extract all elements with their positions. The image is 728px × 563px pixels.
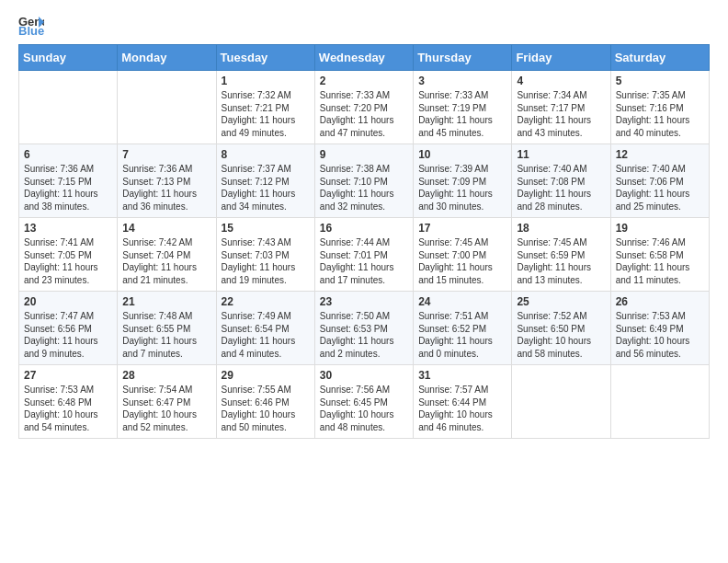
day-header-saturday: Saturday [610,45,709,71]
calendar-cell: 11Sunrise: 7:40 AM Sunset: 7:08 PM Dayli… [512,144,610,218]
cell-details: Sunrise: 7:40 AM Sunset: 7:08 PM Dayligh… [517,163,605,213]
cell-details: Sunrise: 7:37 AM Sunset: 7:12 PM Dayligh… [222,163,310,213]
cell-details: Sunrise: 7:48 AM Sunset: 6:55 PM Dayligh… [122,310,210,360]
cell-details: Sunrise: 7:35 AM Sunset: 7:16 PM Dayligh… [616,89,704,139]
calendar-cell: 16Sunrise: 7:44 AM Sunset: 7:01 PM Dayli… [314,218,413,292]
calendar-cell: 15Sunrise: 7:43 AM Sunset: 7:03 PM Dayli… [216,218,314,292]
cell-details: Sunrise: 7:52 AM Sunset: 6:50 PM Dayligh… [517,310,605,360]
calendar-cell: 24Sunrise: 7:51 AM Sunset: 6:52 PM Dayli… [414,292,512,365]
day-number: 5 [616,75,704,87]
logo-icon: General Blue [18,15,44,35]
cell-details: Sunrise: 7:51 AM Sunset: 6:52 PM Dayligh… [418,310,506,360]
cell-details: Sunrise: 7:54 AM Sunset: 6:47 PM Dayligh… [122,384,210,433]
header: General Blue [18,15,710,35]
cell-details: Sunrise: 7:39 AM Sunset: 7:09 PM Dayligh… [418,163,506,213]
cell-details: Sunrise: 7:47 AM Sunset: 6:56 PM Dayligh… [24,310,112,360]
day-number: 15 [222,222,310,235]
day-number: 26 [616,295,704,308]
day-number: 23 [320,295,408,308]
cell-details: Sunrise: 7:45 AM Sunset: 6:59 PM Dayligh… [517,236,605,286]
cell-details: Sunrise: 7:53 AM Sunset: 6:48 PM Dayligh… [24,384,112,433]
cell-details: Sunrise: 7:50 AM Sunset: 6:53 PM Dayligh… [320,310,408,360]
day-number: 9 [320,148,408,161]
day-header-sunday: Sunday [19,45,118,71]
day-number: 8 [222,148,310,161]
day-number: 11 [517,148,605,161]
day-number: 24 [418,295,506,308]
cell-details: Sunrise: 7:38 AM Sunset: 7:10 PM Dayligh… [320,163,408,213]
calendar-cell: 30Sunrise: 7:56 AM Sunset: 6:45 PM Dayli… [314,365,413,439]
calendar-cell: 19Sunrise: 7:46 AM Sunset: 6:58 PM Dayli… [610,218,709,292]
calendar-cell: 12Sunrise: 7:40 AM Sunset: 7:06 PM Dayli… [610,144,709,218]
day-number: 12 [616,148,704,161]
day-number: 18 [517,222,605,235]
cell-details: Sunrise: 7:45 AM Sunset: 7:00 PM Dayligh… [418,236,506,286]
cell-details: Sunrise: 7:34 AM Sunset: 7:17 PM Dayligh… [517,89,605,139]
day-number: 21 [122,295,210,308]
cell-details: Sunrise: 7:46 AM Sunset: 6:58 PM Dayligh… [616,236,704,286]
day-number: 29 [222,369,310,382]
cell-details: Sunrise: 7:33 AM Sunset: 7:20 PM Dayligh… [320,89,408,139]
day-number: 3 [418,75,506,87]
day-number: 27 [24,369,112,382]
calendar-cell: 5Sunrise: 7:35 AM Sunset: 7:16 PM Daylig… [610,71,709,144]
cell-details: Sunrise: 7:33 AM Sunset: 7:19 PM Dayligh… [418,89,506,139]
calendar-cell: 21Sunrise: 7:48 AM Sunset: 6:55 PM Dayli… [118,292,216,365]
calendar-cell: 25Sunrise: 7:52 AM Sunset: 6:50 PM Dayli… [512,292,610,365]
calendar-cell: 3Sunrise: 7:33 AM Sunset: 7:19 PM Daylig… [414,71,512,144]
cell-details: Sunrise: 7:36 AM Sunset: 7:13 PM Dayligh… [122,163,210,213]
calendar-cell: 23Sunrise: 7:50 AM Sunset: 6:53 PM Dayli… [314,292,413,365]
cell-details: Sunrise: 7:49 AM Sunset: 6:54 PM Dayligh… [222,310,310,360]
day-header-friday: Friday [512,45,610,71]
day-number: 10 [418,148,506,161]
calendar-cell: 1Sunrise: 7:32 AM Sunset: 7:21 PM Daylig… [216,71,314,144]
calendar-week-4: 20Sunrise: 7:47 AM Sunset: 6:56 PM Dayli… [19,292,710,365]
calendar-cell [610,365,709,439]
day-number: 14 [122,222,210,235]
day-number: 25 [517,295,605,308]
calendar-week-1: 1Sunrise: 7:32 AM Sunset: 7:21 PM Daylig… [19,71,710,144]
day-header-tuesday: Tuesday [216,45,314,71]
calendar-cell: 14Sunrise: 7:42 AM Sunset: 7:04 PM Dayli… [118,218,216,292]
cell-details: Sunrise: 7:41 AM Sunset: 7:05 PM Dayligh… [24,236,112,286]
calendar-cell: 8Sunrise: 7:37 AM Sunset: 7:12 PM Daylig… [216,144,314,218]
calendar: SundayMondayTuesdayWednesdayThursdayFrid… [18,44,710,439]
cell-details: Sunrise: 7:44 AM Sunset: 7:01 PM Dayligh… [320,236,408,286]
calendar-cell: 7Sunrise: 7:36 AM Sunset: 7:13 PM Daylig… [118,144,216,218]
day-number: 28 [122,369,210,382]
day-number: 30 [320,369,408,382]
calendar-cell: 20Sunrise: 7:47 AM Sunset: 6:56 PM Dayli… [19,292,118,365]
calendar-cell: 26Sunrise: 7:53 AM Sunset: 6:49 PM Dayli… [610,292,709,365]
day-header-thursday: Thursday [414,45,512,71]
cell-details: Sunrise: 7:32 AM Sunset: 7:21 PM Dayligh… [222,89,310,139]
cell-details: Sunrise: 7:57 AM Sunset: 6:44 PM Dayligh… [418,384,506,433]
cell-details: Sunrise: 7:53 AM Sunset: 6:49 PM Dayligh… [616,310,704,360]
calendar-week-5: 27Sunrise: 7:53 AM Sunset: 6:48 PM Dayli… [19,365,710,439]
day-number: 22 [222,295,310,308]
calendar-cell: 2Sunrise: 7:33 AM Sunset: 7:20 PM Daylig… [314,71,413,144]
cell-details: Sunrise: 7:55 AM Sunset: 6:46 PM Dayligh… [222,384,310,433]
day-number: 1 [222,75,310,87]
cell-details: Sunrise: 7:56 AM Sunset: 6:45 PM Dayligh… [320,384,408,433]
day-header-monday: Monday [118,45,216,71]
calendar-cell [118,71,216,144]
day-header-wednesday: Wednesday [314,45,413,71]
calendar-header-row: SundayMondayTuesdayWednesdayThursdayFrid… [19,45,710,71]
day-number: 7 [122,148,210,161]
cell-details: Sunrise: 7:36 AM Sunset: 7:15 PM Dayligh… [24,163,112,213]
page: General Blue SundayMondayTuesdayWednesda… [0,0,728,454]
calendar-cell [19,71,118,144]
calendar-cell: 4Sunrise: 7:34 AM Sunset: 7:17 PM Daylig… [512,71,610,144]
day-number: 16 [320,222,408,235]
day-number: 13 [24,222,112,235]
day-number: 19 [616,222,704,235]
calendar-cell: 29Sunrise: 7:55 AM Sunset: 6:46 PM Dayli… [216,365,314,439]
calendar-cell: 27Sunrise: 7:53 AM Sunset: 6:48 PM Dayli… [19,365,118,439]
cell-details: Sunrise: 7:43 AM Sunset: 7:03 PM Dayligh… [222,236,310,286]
calendar-cell: 17Sunrise: 7:45 AM Sunset: 7:00 PM Dayli… [414,218,512,292]
calendar-cell: 28Sunrise: 7:54 AM Sunset: 6:47 PM Dayli… [118,365,216,439]
day-number: 6 [24,148,112,161]
cell-details: Sunrise: 7:40 AM Sunset: 7:06 PM Dayligh… [616,163,704,213]
calendar-cell: 18Sunrise: 7:45 AM Sunset: 6:59 PM Dayli… [512,218,610,292]
day-number: 31 [418,369,506,382]
